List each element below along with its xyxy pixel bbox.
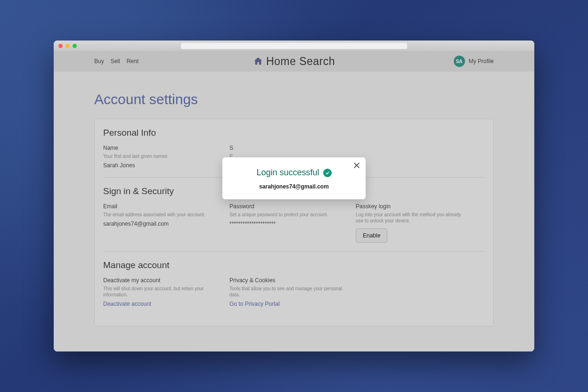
modal-overlay[interactable] <box>54 51 534 351</box>
modal-email: sarahjones74@gmail.com <box>231 183 357 190</box>
app-window: Buy Sell Rent Home Search SA My Profile … <box>54 41 534 351</box>
window-titlebar <box>54 41 534 51</box>
modal-title: Login successful <box>231 168 357 178</box>
window-close-button[interactable] <box>58 44 63 48</box>
check-circle-icon <box>323 169 332 177</box>
window-maximize-button[interactable] <box>73 44 77 48</box>
close-icon[interactable] <box>353 162 360 170</box>
browser-url-bar[interactable] <box>181 43 407 49</box>
login-success-modal: Login successful sarahjones74@gmail.com <box>222 157 366 199</box>
window-minimize-button[interactable] <box>65 44 70 48</box>
modal-title-text: Login successful <box>256 168 319 178</box>
